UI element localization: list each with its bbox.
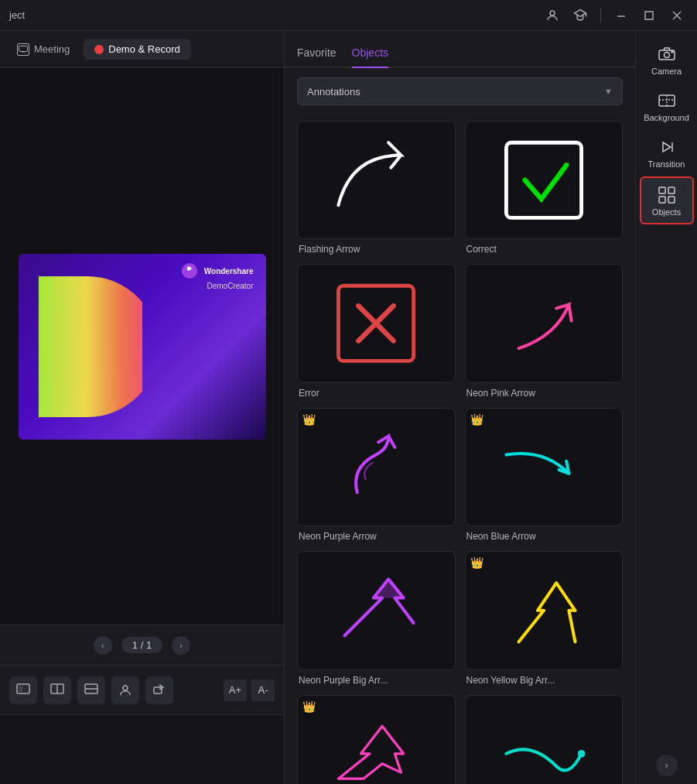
category-dropdown[interactable]: Annotations ▼ xyxy=(297,77,623,105)
object-item-neon-blue-line[interactable]: Neon Blue Line xyxy=(465,695,624,785)
svg-rect-28 xyxy=(659,95,675,106)
sidebar-item-background[interactable]: Background xyxy=(640,84,694,128)
tab-favorite[interactable]: Favorite xyxy=(297,46,337,68)
object-thumb-neon-yellow-big-arrow: 👑 xyxy=(465,551,624,669)
svg-rect-11 xyxy=(19,686,22,692)
svg-marker-1 xyxy=(575,9,586,16)
dropdown-arrow-icon: ▼ xyxy=(604,87,613,96)
object-thumb-error xyxy=(297,264,456,382)
object-svg-flashing-arrow xyxy=(313,133,439,227)
svg-point-26 xyxy=(664,53,669,58)
category-dropdown-row: Annotations ▼ xyxy=(285,68,635,115)
svg-marker-22 xyxy=(374,579,404,597)
object-thumb-neon-purple-arrow: 👑 xyxy=(297,408,456,526)
far-right-sidebar: Camera Background Transition xyxy=(635,31,697,784)
maximize-btn[interactable] xyxy=(638,5,660,26)
sidebar-item-camera[interactable]: Camera xyxy=(640,37,694,82)
slide-shape xyxy=(26,269,142,424)
svg-point-9 xyxy=(182,263,197,279)
object-item-correct[interactable]: Correct xyxy=(465,121,624,255)
camera-label: Camera xyxy=(651,67,682,76)
svg-rect-35 xyxy=(659,197,665,203)
object-thumb-neon-blue-line xyxy=(465,695,624,785)
sidebar-item-transition[interactable]: Transition xyxy=(640,130,694,175)
transition-icon xyxy=(658,138,676,156)
svg-point-27 xyxy=(671,51,673,53)
objects-label: Objects xyxy=(652,207,681,217)
tab-demo-record[interactable]: Demo & Record xyxy=(84,39,190,60)
crown-badge: 👑 xyxy=(470,556,483,569)
object-item-neon-pink-big-arrow[interactable]: 👑 Neon Pink Big Arrow xyxy=(297,695,456,785)
layout1-btn[interactable] xyxy=(9,676,37,704)
object-svg-neon-blue-line xyxy=(481,707,606,784)
tab-meeting[interactable]: Meeting xyxy=(6,39,80,60)
object-label-neon-purple-big-arrow: Neon Purple Big Arr... xyxy=(297,675,456,686)
object-item-neon-pink-arrow[interactable]: Neon Pink Arrow xyxy=(465,264,624,398)
object-svg-error xyxy=(313,277,439,371)
tab-objects[interactable]: Objects xyxy=(352,46,388,68)
titlebar-divider xyxy=(600,9,601,22)
object-item-error[interactable]: Error xyxy=(297,264,456,398)
object-svg-neon-pink-arrow xyxy=(481,277,606,371)
titlebar-controls xyxy=(542,5,688,26)
object-label-flashing-arrow: Flashing Arrow xyxy=(297,244,456,255)
preview-slide: Wondershare DemoCreator xyxy=(19,254,266,440)
svg-rect-33 xyxy=(659,187,665,193)
text-decrease-btn[interactable]: A- xyxy=(251,680,275,701)
meeting-tab-label: Meeting xyxy=(34,43,70,55)
objects-grid: Flashing Arrow Correct Error Neon Pink A… xyxy=(285,115,635,784)
top-tabs: Meeting Demo & Record xyxy=(0,31,284,68)
close-btn[interactable] xyxy=(666,5,688,26)
layout2-btn[interactable] xyxy=(43,676,71,704)
svg-point-0 xyxy=(550,11,555,15)
graduation-icon-btn[interactable] xyxy=(569,5,591,26)
sidebar-item-objects[interactable]: Objects xyxy=(640,176,694,224)
background-label: Background xyxy=(644,113,689,122)
object-label-neon-purple-arrow: Neon Purple Arrow xyxy=(297,531,456,542)
minimize-btn[interactable] xyxy=(610,5,632,26)
object-thumb-neon-blue-arrow: 👑 xyxy=(465,408,624,526)
objects-icon xyxy=(658,186,676,204)
demo-record-tab-label: Demo & Record xyxy=(108,43,179,55)
object-svg-neon-pink-big-arrow xyxy=(313,707,439,784)
object-label-neon-pink-arrow: Neon Pink Arrow xyxy=(465,388,624,399)
object-thumb-neon-pink-big-arrow: 👑 xyxy=(297,695,456,785)
text-increase-btn[interactable]: A+ xyxy=(224,680,247,701)
object-item-flashing-arrow[interactable]: Flashing Arrow xyxy=(297,121,456,255)
sidebar-expand-btn[interactable]: › xyxy=(656,755,678,776)
bottom-toolbar: A+ A- xyxy=(0,665,284,714)
crown-badge: 👑 xyxy=(302,700,316,713)
app-body: Meeting Demo & Record Wondershare DemoCr… xyxy=(0,31,697,784)
crown-badge: 👑 xyxy=(470,413,483,426)
share-btn[interactable] xyxy=(145,676,173,704)
slide-logo: Wondershare DemoCreator xyxy=(182,263,253,293)
bottom-scroll-area xyxy=(0,714,284,784)
svg-rect-7 xyxy=(19,46,28,51)
next-page-btn[interactable]: › xyxy=(172,636,190,655)
background-icon xyxy=(658,91,676,110)
object-label-error: Error xyxy=(297,388,456,399)
object-thumb-neon-purple-big-arrow xyxy=(297,551,456,669)
object-item-neon-purple-arrow[interactable]: 👑 Neon Purple Arrow xyxy=(297,408,456,542)
object-svg-neon-yellow-big-arrow xyxy=(481,563,606,657)
layout3-btn[interactable] xyxy=(77,676,105,704)
object-label-neon-blue-arrow: Neon Blue Arrow xyxy=(465,531,624,542)
svg-rect-18 xyxy=(506,142,581,217)
object-svg-correct xyxy=(481,133,606,227)
app-title: ject xyxy=(9,9,25,21)
object-item-neon-yellow-big-arrow[interactable]: 👑 Neon Yellow Big Arr... xyxy=(465,551,624,685)
person-btn[interactable] xyxy=(111,676,139,704)
monitor-icon xyxy=(17,43,29,56)
svg-rect-4 xyxy=(645,12,653,19)
prev-page-btn[interactable]: ‹ xyxy=(94,636,112,655)
user-icon-btn[interactable] xyxy=(542,5,563,26)
object-item-neon-blue-arrow[interactable]: 👑 Neon Blue Arrow xyxy=(465,408,624,542)
object-thumb-correct xyxy=(465,121,624,239)
object-item-neon-purple-big-arrow[interactable]: Neon Purple Big Arr... xyxy=(297,551,456,685)
svg-marker-31 xyxy=(663,142,671,152)
text-size-controls: A+ A- xyxy=(224,680,275,701)
objects-panel: Favorite Objects Annotations ▼ Flashing … xyxy=(285,31,635,784)
slide-logo-text1: Wondershare xyxy=(204,266,254,275)
svg-point-23 xyxy=(577,750,585,758)
record-icon xyxy=(94,45,104,54)
